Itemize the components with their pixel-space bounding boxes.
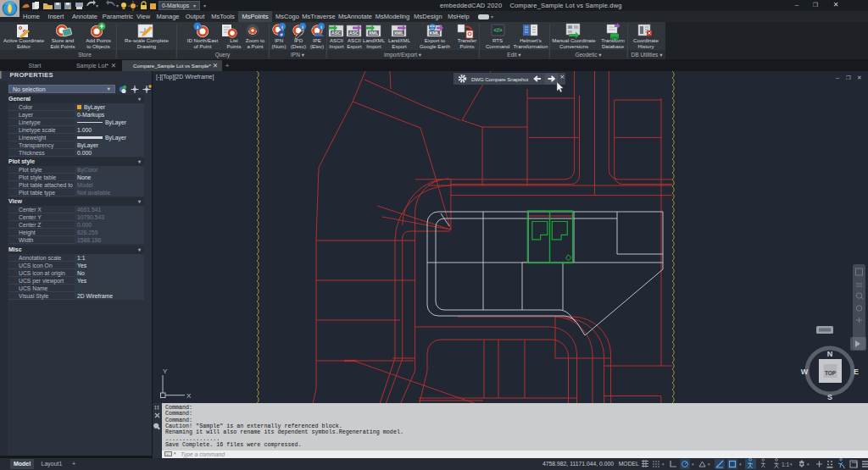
svg-text:1:1: 1:1: [782, 462, 789, 467]
svg-text:▾: ▾: [708, 462, 710, 467]
svg-text:▾: ▾: [116, 3, 119, 8]
svg-text:</>: </>: [493, 27, 502, 33]
svg-text:S: S: [827, 393, 832, 401]
svg-text:❐: ❐: [846, 75, 851, 80]
svg-text:▾: ▾: [692, 462, 694, 467]
svg-text:E: E: [854, 368, 859, 376]
svg-text:▾: ▾: [739, 462, 742, 467]
svg-text:DWG Compare Snapshot: DWG Compare Snapshot: [471, 76, 529, 82]
svg-text:Y: Y: [163, 368, 168, 375]
svg-text:▾: ▾: [807, 462, 810, 467]
svg-text:▾: ▾: [662, 462, 665, 467]
svg-text:N: N: [827, 350, 833, 358]
svg-text:▾: ▾: [96, 3, 98, 8]
svg-text:XML: XML: [394, 30, 404, 36]
svg-text:ASC: ASC: [349, 30, 359, 36]
svg-text:TOP: TOP: [825, 370, 837, 376]
svg-text:ASC: ASC: [331, 30, 342, 36]
svg-text:✕: ✕: [857, 75, 862, 80]
svg-text:X: X: [186, 392, 192, 400]
svg-text:[-][Top][2D Wireframe]: [-][Top][2D Wireframe]: [156, 74, 214, 80]
svg-text:XML: XML: [369, 30, 379, 36]
svg-text:W: W: [801, 368, 809, 376]
svg-text:▾: ▾: [790, 462, 793, 467]
svg-text:KML: KML: [430, 30, 441, 36]
